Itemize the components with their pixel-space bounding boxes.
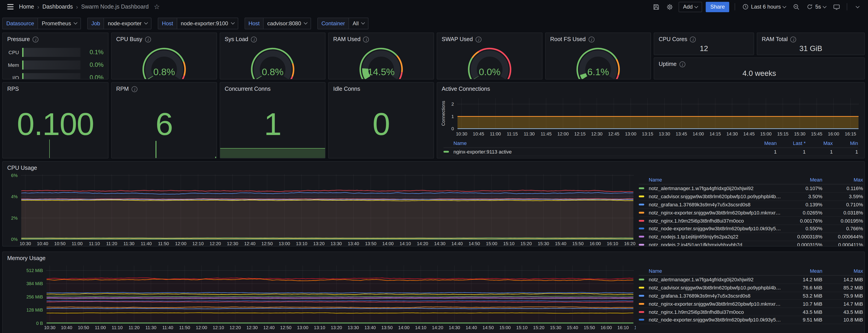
- svg-text:12:40: 12:40: [264, 325, 275, 330]
- series-name[interactable]: notz_alertmanager.1.w7fga4gfridxg0ij20xh…: [649, 277, 782, 282]
- dashboard-settings-gear-icon[interactable]: [665, 2, 675, 12]
- breadcrumb-dashboards[interactable]: Dashboards: [42, 4, 73, 10]
- series-name[interactable]: nginx-exporter:9113 active: [454, 149, 749, 155]
- panel-title[interactable]: RPM: [116, 86, 129, 92]
- breadcrumb-home[interactable]: Home: [19, 4, 34, 10]
- info-icon[interactable]: i: [363, 36, 369, 42]
- variable-value-dropdown[interactable]: node-exporter: [104, 18, 151, 29]
- series-name[interactable]: notz_nginx-exporter.snjggw9w3bt8rlm620pb…: [649, 210, 782, 215]
- time-series-chart[interactable]: 10:3010:4010:5011:0011:1011:2011:3011:40…: [6, 261, 636, 333]
- series-name[interactable]: notz_cadvisor.snjggw9w3bt8rlm620pbwfp10.…: [649, 194, 782, 199]
- series-name[interactable]: notz_nginx.1.h9m25i6p3t8nfhd8ui37m0oco: [649, 309, 782, 314]
- panel-title[interactable]: Concurrent Conns: [225, 86, 271, 92]
- legend-row[interactable]: notz_alertmanager.1.w7fga4gfridxg0ij20xh…: [639, 275, 863, 284]
- legend-row[interactable]: notz_nodejs.1.tp1ejitijn65lmjy9s2pa2q220…: [639, 233, 863, 241]
- panel-title[interactable]: Memory Usage: [7, 255, 46, 261]
- series-name[interactable]: notz_nodejs.2.in45j1an1jfkhmxivhhxvbb7d: [649, 242, 782, 246]
- legend-column-header[interactable]: Name: [649, 268, 782, 273]
- series-name[interactable]: notz_nginx-exporter.snjggw9w3bt8rlm620pb…: [649, 301, 782, 307]
- legend-column-header[interactable]: Mean: [784, 177, 822, 182]
- panel-title[interactable]: CPU Busy: [116, 36, 142, 42]
- legend-row[interactable]: notz_nginx-exporter.snjggw9w3bt8rlm620pb…: [639, 208, 863, 217]
- panel-ram-used: RAM Usedi 14.5%: [328, 33, 434, 79]
- legend-column-header[interactable]: Name: [454, 140, 749, 145]
- add-button[interactable]: Add: [679, 2, 702, 12]
- panel-title[interactable]: RAM Used: [333, 36, 361, 42]
- time-series-chart[interactable]: 10:3010:4010:5011:0011:1011:2011:3011:40…: [6, 170, 636, 246]
- info-icon[interactable]: i: [145, 36, 151, 42]
- variable-label[interactable]: Datasource: [2, 18, 38, 29]
- save-dashboard-icon[interactable]: [651, 2, 661, 12]
- legend-row[interactable]: notz_node-exporter.snjggw9w3bt8rlm620pbw…: [639, 224, 863, 233]
- panel-title[interactable]: Sys Load: [225, 36, 248, 42]
- zoom-out-time-icon[interactable]: [792, 2, 801, 12]
- time-series-chart[interactable]: 10:3010:4511:0011:1511:3011:4512:0012:15…: [441, 93, 862, 141]
- favorite-star-icon[interactable]: ☆: [152, 2, 162, 12]
- variable-label[interactable]: Host: [244, 18, 264, 29]
- variable-value-dropdown[interactable]: node-exporter:9100: [177, 18, 238, 29]
- panel-title[interactable]: Active Connections: [442, 86, 490, 92]
- refresh-picker[interactable]: 5s: [805, 2, 828, 12]
- variable-label[interactable]: Job: [87, 18, 104, 29]
- variable-value-dropdown[interactable]: cadvisor:8080: [264, 18, 311, 29]
- series-name[interactable]: notz_nodejs.1.tp1ejitijn65lmjy9s2pa2q22: [649, 234, 782, 239]
- panel-title[interactable]: Idle Conns: [333, 86, 360, 92]
- legend-column-header[interactable]: Last *: [779, 140, 806, 145]
- legend-column-header[interactable]: Mean: [784, 268, 822, 273]
- legend-row[interactable]: notz_grafana.1.37689k3s9m4y7u5x3scsrd0s8…: [639, 200, 863, 208]
- info-icon[interactable]: i: [131, 86, 137, 92]
- series-name[interactable]: notz_node-exporter.snjggw9w3bt8rlm620pbw…: [649, 317, 782, 323]
- legend-column-header[interactable]: Max: [808, 140, 833, 145]
- variable-value-dropdown[interactable]: All: [349, 18, 369, 29]
- legend-row[interactable]: nginx-exporter:9113 reading0000: [443, 156, 858, 159]
- series-name[interactable]: nginx-exporter:9113 reading: [454, 157, 749, 159]
- legend-row[interactable]: notz_cadvisor.snjggw9w3bt8rlm620pbwfp10.…: [639, 192, 863, 200]
- series-name[interactable]: notz_cadvisor.snjggw9w3bt8rlm620pbwfp10.…: [649, 285, 782, 290]
- collapse-nav-chevron-icon[interactable]: [852, 2, 863, 12]
- legend-row[interactable]: notz_nodejs.2.in45j1an1jfkhmxivhhxvbb7d0…: [639, 240, 863, 246]
- info-icon[interactable]: i: [679, 61, 685, 67]
- info-icon[interactable]: i: [790, 36, 796, 42]
- info-icon[interactable]: i: [33, 36, 38, 42]
- series-name[interactable]: notz_node-exporter.snjggw9w3bt8rlm620pbw…: [649, 226, 782, 231]
- panel-cpu-usage: CPU Usage 10:3010:4010:5011:0011:1011:20…: [2, 161, 865, 246]
- legend-row[interactable]: notz_nginx-exporter.snjggw9w3bt8rlm620pb…: [639, 300, 863, 308]
- info-icon[interactable]: i: [690, 36, 696, 42]
- legend-column-header[interactable]: Max: [825, 268, 863, 273]
- legend-column-header[interactable]: Min: [835, 140, 858, 145]
- legend-column-header[interactable]: Mean: [751, 140, 777, 145]
- legend-row[interactable]: notz_grafana.1.37689k3s9m4y7u5x3scsrd0s8…: [639, 292, 863, 300]
- info-icon[interactable]: i: [588, 36, 594, 42]
- panel-title[interactable]: CPU Cores: [659, 36, 687, 42]
- variable-value-dropdown[interactable]: Prometheus: [38, 18, 81, 29]
- legend-row[interactable]: notz_cadvisor.snjggw9w3bt8rlm620pbwfp10.…: [639, 284, 863, 292]
- legend-column-header[interactable]: Name: [649, 177, 782, 182]
- legend-row[interactable]: notz_node-exporter.snjggw9w3bt8rlm620pbw…: [639, 315, 863, 324]
- variable-label[interactable]: Host: [158, 18, 177, 29]
- kiosk-tv-icon[interactable]: [831, 2, 841, 12]
- info-icon[interactable]: i: [475, 36, 482, 42]
- info-icon[interactable]: i: [251, 36, 257, 42]
- series-stat: 43.5 MiB: [784, 309, 822, 314]
- legend-row[interactable]: notz_nginx.1.h9m25i6p3t8nfhd8ui37m0oco0.…: [639, 216, 863, 224]
- panel-title[interactable]: Root FS Used: [550, 36, 586, 42]
- legend-row[interactable]: notz_nginx.1.h9m25i6p3t8nfhd8ui37m0oco43…: [639, 307, 863, 315]
- menu-icon[interactable]: [5, 2, 16, 12]
- series-name[interactable]: notz_grafana.1.37689k3s9m4y7u5x3scsrd0s8: [649, 202, 782, 207]
- series-name[interactable]: notz_nginx.1.h9m25i6p3t8nfhd8ui37m0oco: [649, 218, 782, 223]
- legend-column-header[interactable]: Max: [825, 177, 863, 182]
- svg-text:15:20: 15:20: [521, 241, 532, 246]
- panel-title[interactable]: RPS: [7, 86, 19, 92]
- panel-title[interactable]: RAM Total: [762, 36, 788, 42]
- legend-row[interactable]: nginx-exporter:9113 active1111: [443, 148, 858, 156]
- panel-title[interactable]: SWAP Used: [442, 36, 473, 42]
- series-name[interactable]: notz_grafana.1.37689k3s9m4y7u5x3scsrd0s8: [649, 293, 782, 298]
- legend-header: NameMeanLast *MaxMin: [443, 139, 858, 148]
- legend-row[interactable]: notz_alertmanager.1.w7fga4gfridxg0ij20xh…: [639, 184, 863, 192]
- share-button[interactable]: Share: [706, 2, 729, 12]
- panel-title[interactable]: Uptime: [659, 61, 677, 67]
- panel-title[interactable]: Pressure: [7, 36, 30, 42]
- variable-label[interactable]: Container: [317, 18, 349, 29]
- series-name[interactable]: notz_alertmanager.1.w7fga4gfridxg0ij20xh…: [649, 186, 782, 191]
- time-range-picker[interactable]: Last 6 hours: [741, 2, 788, 12]
